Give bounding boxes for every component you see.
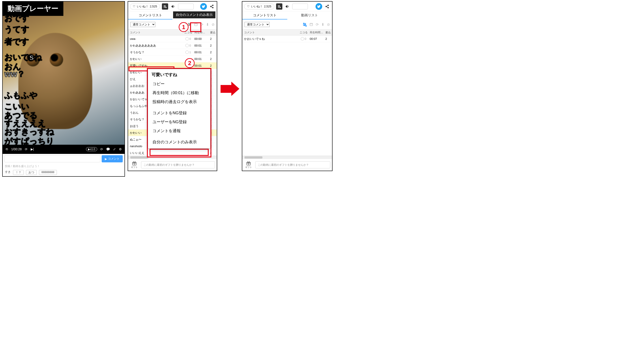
add-list-icon[interactable] [162,3,168,10]
like-label: いいね！ [137,4,148,8]
col-nicoru[interactable]: ニコる [297,31,310,34]
comment-type-select[interactable]: 通常コメント [130,22,156,27]
table-row[interactable]: かわあああああああ 000:012 [128,42,217,49]
seek-back-icon[interactable]: ⟲ [5,147,8,151]
ctx-pastlog[interactable]: 投稿時の過去ログを表示 [148,97,210,106]
reload-icon[interactable]: ⟳ [100,147,103,151]
ng-icon[interactable]: ⊘ [212,22,214,27]
video-area[interactable]: おですうてす者ですおいでsねおんww？ふもふやこいいあつでるすええええおすきっす… [3,1,124,145]
comments-panel-mine: ♡ いいね！ 2,525 コメントリスト 動画リスト [242,1,332,171]
megaphone-icon[interactable] [170,3,176,10]
comment-toolbar: 通常コメント ⟳ ⬇ ⊘ [128,19,217,29]
gift-icon[interactable]: ギフト [130,161,139,169]
comment-submit-button[interactable]: ▶ コメント [102,155,123,162]
tag-search-input[interactable] [292,3,308,9]
like-button[interactable]: ♡ いいね！ 2,525 [130,3,160,9]
danmaku-text: ww？ [4,69,25,80]
tag-1[interactable]: ！？ [13,170,24,175]
tag-search-input[interactable] [178,3,194,9]
cell-date: 2 [210,138,217,141]
twitter-icon[interactable] [316,3,322,10]
svg-rect-2 [164,7,165,7]
cell-nicoru[interactable]: 0 [297,37,310,40]
like-count: 2,525 [150,5,157,8]
share-icon[interactable] [209,3,215,10]
comment-type-select[interactable]: 通常コメント [244,22,270,27]
add-list-icon[interactable] [276,3,282,10]
top-row: ♡ いいね！ 2,525 [242,1,332,11]
cell-nicoru[interactable]: 0 [182,44,194,47]
settings-icon[interactable]: ⚙ [119,147,122,151]
cell-date: 2 [210,57,217,61]
ctx-only-mine[interactable]: 自分のコメントのみ表示 [148,138,210,147]
svg-line-29 [326,5,328,6]
col-comment[interactable]: コメント [128,31,182,34]
tab-comments[interactable]: コメントリスト [242,11,287,19]
tab-comments[interactable]: コメントリスト [128,11,172,19]
overlay-title: 動画プレーヤー [3,1,63,16]
fullscreen-icon[interactable]: ⤢ [113,147,116,151]
ctx-ng-user[interactable]: ユーザーをNG登録 [148,117,210,126]
svg-point-34 [304,23,304,24]
svg-rect-22 [278,6,280,7]
tag-2[interactable]: おつ [26,170,37,175]
filter-icon-active[interactable] [302,22,307,27]
comment-toggle-icon[interactable]: 💬 [106,147,110,151]
cell-date: 2 [325,37,332,40]
video-player-panel: おですうてす者ですおいでsねおんww？ふもふやこいいあつでるすええええおすきっす… [2,1,125,177]
gift-input[interactable]: この動画に最初のギフトを贈りませんか？ [141,161,215,169]
cell-date: 2 [210,111,217,114]
like-button[interactable]: ♡ いいね！ 2,525 [244,3,274,9]
ctx-seek[interactable]: 再生時間（00:01）に移動 [148,88,210,97]
reload-icon[interactable]: ⟳ [316,22,319,27]
speed-button[interactable]: ▶x1.0 [86,147,97,151]
cell-time: 00:01 [194,44,210,47]
comment-input[interactable] [4,155,100,162]
download-icon[interactable]: ⬇ [321,22,324,27]
svg-line-30 [326,6,328,7]
h-scrollbar[interactable] [128,156,217,159]
ctx-report[interactable]: コメントを通報 [148,126,210,135]
repeat-icon[interactable]: ⟳ [25,147,28,151]
download-icon[interactable]: ⬇ [206,22,209,27]
send-icon: ▶ [105,157,107,161]
cell-nicoru[interactable]: 1 [182,50,194,54]
table-row[interactable]: そうかな？ 100:012 [128,49,217,56]
table-row[interactable]: uwa- 000:002 [128,35,217,42]
h-scrollbar[interactable] [242,156,332,159]
like-count: 2,525 [264,5,272,8]
tab-videos[interactable]: 動画リスト [287,11,332,19]
player-controls: ⟲ 1/00:28 ⟳ ▶| ▶x1.0 ⟳ 💬 ⤢ ⚙ [3,145,124,154]
svg-rect-21 [278,5,280,6]
cell-time: 00:07 [310,37,325,40]
cell-nicoru[interactable]: 0 [182,37,194,40]
col-date[interactable]: 書込 [210,31,217,34]
table-row[interactable]: かおいいで s ね 000:072 [242,35,332,42]
ctx-copy[interactable]: コピー [148,79,210,88]
col-date[interactable]: 書込 [325,31,332,34]
table-row[interactable]: かわいい00:012 [128,56,217,62]
col-time[interactable]: 再生時間… [310,31,325,34]
cell-comment: そうかな？ [128,50,182,54]
gift-icon[interactable]: ギフト [244,161,253,169]
cell-date: 2 [210,77,217,81]
ng-icon[interactable]: ⊘ [327,22,330,27]
col-comment[interactable]: コメント [242,31,297,34]
top-row: ♡ いいね！ 2,525 [128,1,217,11]
calendar-icon[interactable] [310,22,313,26]
tag-3[interactable]: 88888888 [39,170,57,175]
share-icon[interactable] [324,3,330,10]
svg-rect-25 [280,7,281,7]
tab-row: コメントリスト 自分のコメントのみ表示 [128,11,217,19]
comment-input-row: ▶ コメント [3,154,124,164]
gift-label: ギフト [131,166,138,169]
svg-line-8 [211,5,212,6]
comment-table-mine[interactable]: かおいいで s ね 000:072 [242,35,332,156]
gift-input[interactable]: この動画に最初のギフトを贈りませんか？ [255,161,330,169]
next-icon[interactable]: ▶| [31,147,34,151]
svg-rect-0 [164,5,166,6]
ctx-ng-comment[interactable]: コメントをNG登録 [148,109,210,117]
megaphone-icon[interactable] [284,3,290,10]
cell-date: 2 [210,124,217,128]
twitter-icon[interactable] [200,3,207,10]
